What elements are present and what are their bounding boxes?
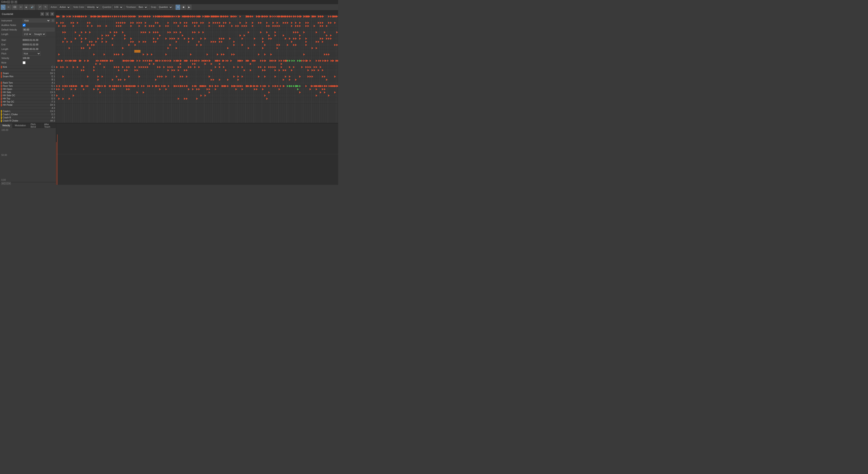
inst-row-floor-tom[interactable]: Floor Tom G 1 <box>0 85 56 88</box>
inst-row-a3[interactable]: A 3 <box>0 107 56 110</box>
end-row: End 00003.01.02.00 <box>1 42 55 46</box>
mute-checkbox[interactable] <box>23 61 26 64</box>
note-color-label: Note Color <box>73 6 84 8</box>
minimize-button[interactable]: — <box>7 1 10 3</box>
instrument-info-button[interactable]: i <box>51 19 55 22</box>
redo-button[interactable]: ↷ <box>43 5 48 10</box>
toolbar: ↖ ✏ ⌫ ✂ ◈ 🔊 ↶ ↷ Action Action Note Color… <box>0 4 338 10</box>
instrument-list: Kick C 1 G 0 Snare D# 1 Snare Rim E 1 <box>0 65 56 123</box>
instrument-select[interactable]: Kick <box>23 19 51 22</box>
separator-1 <box>36 5 36 9</box>
top-section: Counterkit M S ⚙ Instrument Kick i Audit… <box>0 10 338 123</box>
velocity-scale-top: 100.00 <box>0 128 56 132</box>
inst-row-rack-tom[interactable]: Rack Tom A 1 <box>0 81 56 85</box>
select-tool-button[interactable]: ↖ <box>1 5 5 10</box>
maximize-button[interactable]: □ <box>11 1 13 3</box>
after-touch-tab[interactable]: After Touch <box>42 123 56 128</box>
mute-row: Mute <box>1 61 55 65</box>
velocity-row: Velocity 100.00 <box>1 56 55 60</box>
inst-row-hh-pedal[interactable]: HH Pedal D# 3 <box>0 103 56 107</box>
svg-rect-0 <box>56 10 338 15</box>
speaker-tool-button[interactable]: 🔊 <box>29 5 35 10</box>
left-panel: Counterkit M S ⚙ Instrument Kick i Audit… <box>0 10 56 123</box>
default-velocity-label: Default Velocity <box>1 29 22 31</box>
inst-row-hh-top[interactable]: HH Top D 3 <box>0 97 56 100</box>
velocity-scale-mid: 50.00 <box>0 153 56 157</box>
undo-button[interactable]: ↶ <box>38 5 42 10</box>
piano-roll-area <box>56 10 338 123</box>
inst-row-crash-l-choke[interactable]: Crash L Choke D 2 <box>0 113 56 116</box>
start-label: Start <box>1 39 22 41</box>
velocity-tabs: Velocity Modulation Pitch Bend After Tou… <box>0 123 56 128</box>
track-s-button[interactable]: S <box>45 12 49 16</box>
record-button[interactable]: ⏺ <box>181 5 186 10</box>
quantize-label: Quantize <box>102 6 112 8</box>
titlebar: Editor — □ ✕ <box>0 0 338 4</box>
zoom-out-button[interactable]: - <box>4 182 8 185</box>
track-m-button[interactable]: M <box>40 12 44 16</box>
inst-row-hh-top-oc[interactable]: HH Top OC F 3 <box>0 100 56 103</box>
track-name: Counterkit <box>2 13 39 15</box>
audition-label: Audition Notes <box>1 24 22 26</box>
velocity-canvas <box>56 123 338 185</box>
velocity-tab[interactable]: Velocity <box>0 123 12 128</box>
inst-row-hh-side-oc[interactable]: HH Side OC E 3 <box>0 94 56 97</box>
velocity-mid-label: 50.00 <box>1 154 7 156</box>
close-button[interactable]: ✕ <box>14 1 17 3</box>
length2-value: 00000.00.01.00 <box>23 48 38 51</box>
titlebar-title: Editor <box>1 1 7 3</box>
erase-tool-button[interactable]: ⌫ <box>12 5 18 10</box>
velocity-min-label: 0.00 <box>1 179 6 181</box>
inst-row-hh-open[interactable]: HH Open C 3 <box>0 88 56 91</box>
inst-row-kick[interactable]: Kick C 1 <box>0 65 56 69</box>
start-row: Start 00003.01.01.00 <box>1 38 55 42</box>
properties-panel: Instrument Kick i Audition Notes Default… <box>0 18 56 37</box>
velocity-value: 100.00 <box>23 57 30 59</box>
end-label: End <box>1 43 22 46</box>
mini-toolbar-bottom: + - ↔ <box>0 182 56 185</box>
fit-button[interactable]: ↔ <box>8 182 11 185</box>
velocity-area[interactable] <box>56 123 338 185</box>
titlebar-controls: — □ ✕ <box>7 1 17 3</box>
timebase-select[interactable]: Bars <box>137 5 148 9</box>
modulation-tab[interactable]: Modulation <box>12 123 28 128</box>
snap-select[interactable]: Quantize <box>157 5 173 9</box>
length2-row: Length 00000.00.01.00 <box>1 47 55 51</box>
audition-checkbox[interactable] <box>23 24 26 27</box>
inst-row-hh-side[interactable]: HH Side C# 3 <box>0 91 56 94</box>
inst-row-g0[interactable]: G 0 <box>0 69 56 72</box>
grid-canvas <box>56 15 338 123</box>
draw-tool-button[interactable]: ✏ <box>6 5 11 10</box>
pitch-select[interactable]: Kick <box>23 52 41 56</box>
play-button[interactable]: ▶ <box>187 5 191 10</box>
separator-4 <box>101 5 101 9</box>
loop-button[interactable]: ⟲ <box>176 5 180 10</box>
inst-row-crash-r[interactable]: Crash R A 2 <box>0 116 56 119</box>
pitch-bend-tab[interactable]: Pitch Bend <box>28 123 42 128</box>
start-value: 00003.01.01.00 <box>23 39 38 41</box>
split-tool-button[interactable]: ✂ <box>19 5 23 10</box>
velocity-scale-bottom: 0.00 <box>0 178 56 182</box>
default-velocity-input[interactable] <box>23 28 55 31</box>
ruler[interactable] <box>56 10 338 15</box>
mute-label: Mute <box>1 61 22 64</box>
note-color-select[interactable]: Velocity <box>85 5 99 9</box>
default-velocity-row: Default Velocity <box>1 28 55 32</box>
action-select[interactable]: Action <box>58 5 70 9</box>
track-grid[interactable] <box>56 15 338 123</box>
quantize-select[interactable]: 1/16 <box>112 5 123 9</box>
length2-label: Length <box>1 48 22 51</box>
inst-row-snare[interactable]: Snare D# 1 <box>0 72 56 75</box>
inst-row-crash-r-choke[interactable]: Crash R Choke A# 2 <box>0 119 56 122</box>
mute-tool-button[interactable]: ◈ <box>24 5 29 10</box>
inst-row-b1[interactable]: B 1 <box>0 78 56 81</box>
track-settings-button[interactable]: ⚙ <box>51 12 54 16</box>
bottom-left-panel: Velocity Modulation Pitch Bend After Tou… <box>0 123 56 185</box>
inst-row-snare-rim[interactable]: Snare Rim E 1 <box>0 75 56 78</box>
length-quantize-row: Length 1/16 Straight <box>1 32 55 36</box>
length-fraction-select[interactable]: 1/16 <box>23 32 32 36</box>
inst-row-crash-l[interactable]: Crash L C# 2 <box>0 110 56 113</box>
bottom-section: Velocity Modulation Pitch Bend After Tou… <box>0 123 338 185</box>
zoom-in-button[interactable]: + <box>1 182 4 185</box>
length-type-select[interactable]: Straight <box>33 32 46 36</box>
